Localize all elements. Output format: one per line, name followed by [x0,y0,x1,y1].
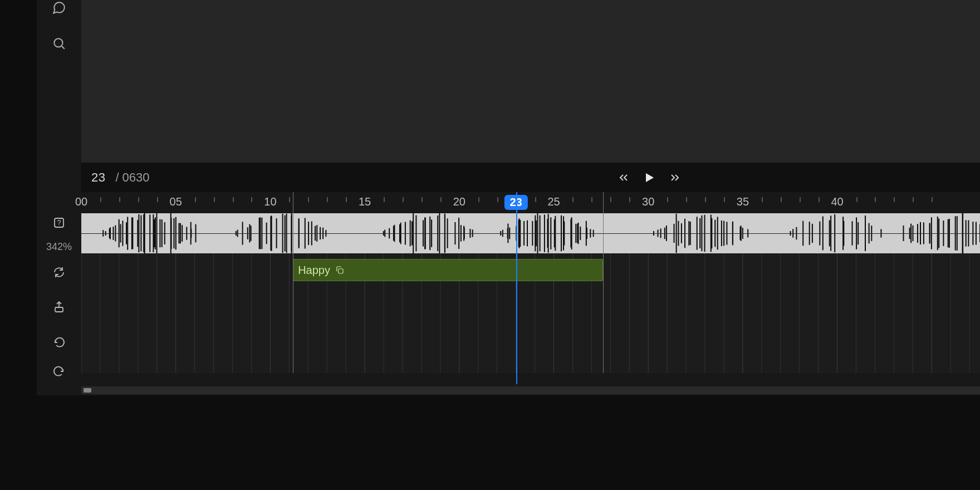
svg-rect-262 [55,307,63,312]
clip-label: Happy [298,264,330,277]
svg-text:?: ? [57,219,61,227]
skip-forward-icon[interactable] [667,170,683,185]
svg-point-0 [54,38,62,47]
playhead-line[interactable] [516,192,517,384]
timeline-ruler[interactable]: 00051015202530354023 [81,192,980,213]
zoom-level: 342% [46,241,72,253]
clip-happy[interactable]: Happy [293,259,603,281]
comment-icon[interactable] [51,0,67,16]
selection-start-line[interactable] [293,192,293,373]
play-button[interactable] [641,170,657,185]
scrollbar-thumb[interactable] [84,388,91,393]
export-icon[interactable] [52,300,66,314]
selection-end-line[interactable] [603,192,604,373]
waveform-midline [81,233,980,234]
search-icon[interactable] [51,36,67,51]
svg-rect-259 [339,269,343,273]
timeline-scrollbar[interactable] [81,386,980,394]
redo-icon[interactable] [52,363,66,378]
help-icon[interactable]: ? [52,215,66,230]
total-frames: 0630 [122,170,150,185]
undo-icon[interactable] [52,334,66,349]
svg-marker-2 [646,173,654,182]
frame-separator: / [115,170,119,185]
skip-back-icon[interactable] [616,170,631,185]
sync-icon[interactable] [52,265,66,280]
current-frame: 23 [91,170,105,185]
waveform-track[interactable] [81,213,980,253]
playback-controls [616,163,683,192]
svg-line-1 [62,46,65,49]
transport-bar: 23 / 0630 [81,163,980,192]
track-area[interactable]: Happy [81,253,980,373]
copy-icon[interactable] [335,265,345,275]
timeline-tools: ? 342% [37,213,81,378]
preview-viewport [81,0,980,163]
